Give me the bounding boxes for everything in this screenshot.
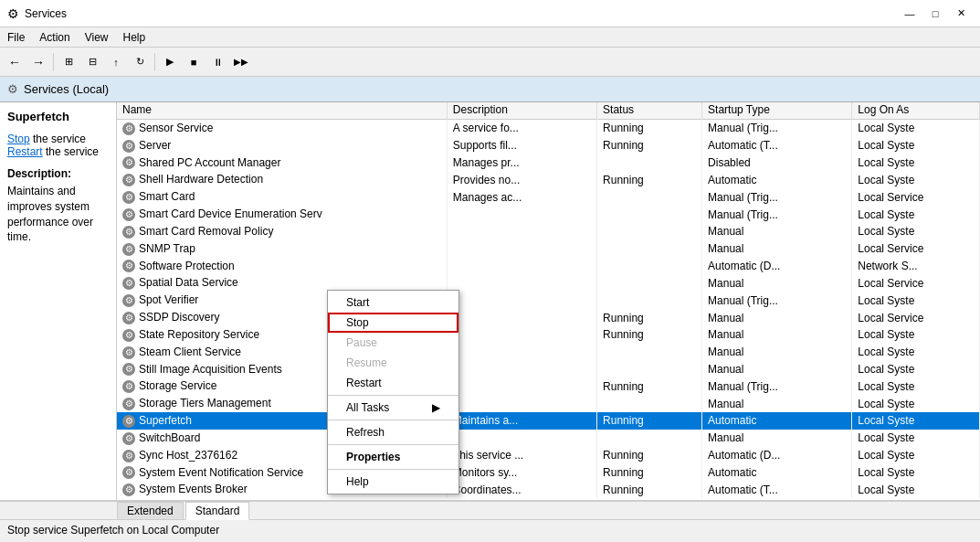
services-table-wrapper[interactable]: Name Description Status Startup Type Log… bbox=[117, 102, 980, 498]
context-menu-item-start[interactable]: Start bbox=[328, 292, 458, 313]
table-row[interactable]: ⚙State Repository ServiceRunningManualLo… bbox=[117, 326, 980, 344]
forward-button[interactable]: → bbox=[27, 51, 49, 73]
properties-button[interactable]: ↑ bbox=[105, 51, 127, 73]
restart-link-container: Restart the service bbox=[7, 145, 109, 158]
service-desc-cell bbox=[447, 309, 596, 326]
service-status-cell: Running bbox=[597, 377, 702, 395]
services-table: Name Description Status Startup Type Log… bbox=[117, 102, 980, 498]
service-logon-cell: Local Syste bbox=[852, 395, 980, 412]
service-desc-cell bbox=[447, 430, 596, 447]
context-menu-item-resume: Resume bbox=[328, 353, 458, 373]
context-menu-item-restart[interactable]: Restart bbox=[328, 373, 458, 393]
service-desc-cell: Supports fil... bbox=[447, 137, 596, 154]
table-row[interactable]: ⚙SNMP TrapManualLocal Service bbox=[117, 240, 980, 258]
stop-link[interactable]: Stop bbox=[7, 133, 30, 145]
service-logon-cell: Network S... bbox=[852, 258, 980, 275]
context-menu-item-all-tasks[interactable]: All Tasks▶ bbox=[328, 398, 458, 418]
play-button[interactable]: ▶ bbox=[159, 51, 181, 73]
table-row[interactable]: ⚙Shell Hardware DetectionProvides no...R… bbox=[117, 171, 980, 188]
table-row[interactable]: ⚙Smart Card Device Enumeration ServManua… bbox=[117, 206, 980, 223]
service-startup-cell: Automatic (T... bbox=[702, 481, 852, 498]
menu-help[interactable]: Help bbox=[116, 29, 153, 46]
table-row[interactable]: ⚙System Event Notification ServiceMonito… bbox=[117, 464, 980, 482]
title-bar: ⚙ Services — □ ✕ bbox=[0, 0, 980, 27]
table-row[interactable]: ⚙SwitchBoardManualLocal Syste bbox=[117, 430, 980, 447]
right-panel: Name Description Status Startup Type Log… bbox=[117, 102, 980, 500]
service-desc-cell: Maintains a... bbox=[447, 412, 596, 430]
table-row[interactable]: ⚙ServerSupports fil...RunningAutomatic (… bbox=[117, 137, 980, 154]
restart-link-suffix: the service bbox=[43, 145, 99, 158]
col-header-status[interactable]: Status bbox=[597, 102, 702, 120]
stop-button[interactable]: ■ bbox=[183, 51, 205, 73]
table-row[interactable]: ⚙Software ProtectionAutomatic (D...Netwo… bbox=[117, 258, 980, 275]
context-menu-item-properties[interactable]: Properties bbox=[328, 447, 458, 467]
table-row[interactable]: ⚙Spatial Data ServiceManualLocal Service bbox=[117, 274, 980, 292]
maximize-button[interactable]: □ bbox=[923, 5, 947, 22]
menu-view[interactable]: View bbox=[78, 29, 116, 46]
table-row[interactable]: ⚙Steam Client ServiceManualLocal Syste bbox=[117, 344, 980, 361]
back-button[interactable]: ← bbox=[4, 51, 26, 73]
service-startup-cell: Automatic bbox=[702, 171, 852, 188]
context-menu-item-stop[interactable]: Stop bbox=[328, 313, 458, 333]
up-button[interactable]: ⊞ bbox=[58, 51, 79, 73]
service-desc-cell bbox=[447, 344, 596, 361]
context-menu-item-refresh[interactable]: Refresh bbox=[328, 422, 458, 442]
minimize-button[interactable]: — bbox=[898, 5, 922, 22]
close-button[interactable]: ✕ bbox=[949, 5, 973, 22]
stop-link-container: Stop the service bbox=[7, 133, 109, 145]
service-status-cell: Running bbox=[597, 481, 702, 498]
table-row[interactable]: ⚙Smart Card Removal PolicyManualLocal Sy… bbox=[117, 223, 980, 240]
table-row[interactable]: ⚙System Events BrokerCoordinates...Runni… bbox=[117, 481, 980, 498]
service-status-cell bbox=[597, 292, 702, 309]
tab-standard[interactable]: Standard bbox=[185, 502, 250, 520]
table-row[interactable]: ⚙Smart CardManages ac...Manual (Trig...L… bbox=[117, 188, 980, 206]
service-name-cell: ⚙Smart Card Removal Policy bbox=[117, 223, 447, 240]
pause-button[interactable]: ⏸ bbox=[206, 51, 228, 73]
service-startup-cell: Manual bbox=[702, 274, 852, 292]
service-logon-cell: Local Syste bbox=[852, 292, 980, 309]
menu-file[interactable]: File bbox=[0, 29, 32, 46]
show-hide-button[interactable]: ⊟ bbox=[81, 51, 103, 73]
service-startup-cell: Manual (Trig... bbox=[702, 206, 852, 223]
service-status-cell: Running bbox=[597, 120, 702, 137]
submenu-arrow: ▶ bbox=[432, 401, 440, 414]
table-row[interactable]: ⚙Spot VerifierManual (Trig...Local Syste bbox=[117, 292, 980, 309]
window-title: Services bbox=[25, 7, 67, 20]
table-row[interactable]: ⚙Still Image Acquisition EventsManualLoc… bbox=[117, 361, 980, 378]
service-desc-cell bbox=[447, 377, 596, 395]
services-list: ⚙Sensor ServiceA service fo...RunningMan… bbox=[117, 120, 980, 499]
service-name-cell: ⚙SNMP Trap bbox=[117, 240, 447, 258]
menu-action[interactable]: Action bbox=[32, 29, 77, 46]
context-menu-separator bbox=[328, 395, 458, 396]
service-status-cell: Running bbox=[597, 137, 702, 154]
table-row[interactable]: ⚙Storage ServiceRunningManual (Trig...Lo… bbox=[117, 377, 980, 395]
service-status-cell bbox=[597, 344, 702, 361]
service-logon-cell: Local Service bbox=[852, 188, 980, 206]
restart-link[interactable]: Restart bbox=[7, 145, 43, 158]
refresh-button[interactable]: ↻ bbox=[129, 51, 151, 73]
context-menu: StartStopPauseResumeRestartAll Tasks▶Ref… bbox=[327, 290, 459, 494]
service-startup-cell: Manual (Trig... bbox=[702, 188, 852, 206]
table-row[interactable]: ⚙Sync Host_2376162This service ...Runnin… bbox=[117, 447, 980, 464]
service-desc-cell bbox=[447, 240, 596, 258]
col-header-description[interactable]: Description bbox=[447, 102, 596, 120]
context-menu-item-help[interactable]: Help bbox=[328, 472, 458, 492]
service-name-cell: ⚙Smart Card bbox=[117, 188, 447, 206]
table-row[interactable]: ⚙SuperfetchMaintains a...RunningAutomati… bbox=[117, 412, 980, 430]
table-row[interactable]: ⚙Storage Tiers ManagementManualLocal Sys… bbox=[117, 395, 980, 412]
service-logon-cell: Local Service bbox=[852, 309, 980, 326]
table-row[interactable]: ⚙Shared PC Account ManagerManages pr...D… bbox=[117, 154, 980, 172]
description-label: Description: bbox=[7, 167, 109, 180]
col-header-logon[interactable]: Log On As bbox=[852, 102, 980, 120]
restart-button[interactable]: ▶▶ bbox=[230, 51, 252, 73]
service-status-cell: Running bbox=[597, 309, 702, 326]
col-header-startup[interactable]: Startup Type bbox=[702, 102, 852, 120]
col-header-name[interactable]: Name bbox=[117, 102, 447, 120]
service-name-cell: ⚙Smart Card Device Enumeration Serv bbox=[117, 206, 447, 223]
service-name-title: Superfetch bbox=[7, 110, 109, 123]
table-row[interactable]: ⚙Sensor ServiceA service fo...RunningMan… bbox=[117, 120, 980, 137]
tab-extended[interactable]: Extended bbox=[117, 502, 184, 519]
service-status-cell: Running bbox=[597, 326, 702, 344]
table-row[interactable]: ⚙SSDP DiscoveryRunningManualLocal Servic… bbox=[117, 309, 980, 326]
service-logon-cell: Local Syste bbox=[852, 481, 980, 498]
